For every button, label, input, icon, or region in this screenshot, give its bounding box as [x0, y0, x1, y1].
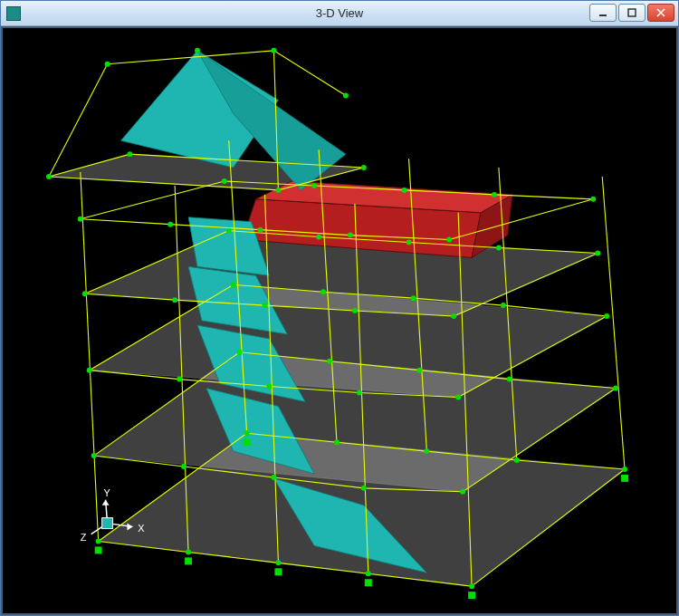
- svg-point-96: [343, 93, 349, 99]
- svg-line-26: [602, 177, 625, 469]
- svg-point-40: [186, 549, 191, 554]
- close-button[interactable]: [647, 4, 674, 22]
- window-controls: [589, 4, 674, 22]
- svg-point-81: [406, 240, 412, 245]
- svg-point-68: [622, 467, 627, 472]
- svg-point-80: [316, 235, 321, 240]
- svg-point-60: [167, 222, 173, 227]
- svg-point-57: [352, 308, 358, 313]
- svg-point-50: [177, 377, 182, 382]
- svg-point-55: [172, 297, 177, 303]
- svg-rect-97: [95, 546, 102, 553]
- axis-y-label: Y: [104, 487, 111, 498]
- svg-point-75: [320, 289, 326, 294]
- svg-point-49: [87, 368, 92, 373]
- window-title: 3-D View: [1, 6, 678, 20]
- svg-point-54: [82, 291, 88, 296]
- viewport-3d[interactable]: X Y Z: [1, 26, 678, 615]
- scene-3d[interactable]: X Y Z: [3, 28, 676, 613]
- svg-point-84: [222, 178, 227, 184]
- svg-rect-100: [365, 579, 372, 586]
- svg-point-48: [460, 489, 465, 495]
- svg-rect-99: [274, 568, 282, 575]
- svg-point-87: [492, 192, 497, 197]
- minimize-icon: [598, 8, 607, 17]
- svg-line-37: [49, 64, 108, 177]
- svg-point-41: [275, 560, 281, 565]
- svg-point-85: [311, 183, 317, 188]
- svg-point-79: [226, 228, 232, 234]
- svg-point-92: [361, 165, 367, 170]
- svg-point-62: [348, 233, 353, 238]
- svg-rect-1: [628, 9, 636, 16]
- svg-point-71: [416, 368, 422, 373]
- svg-rect-98: [185, 557, 192, 564]
- svg-point-39: [96, 539, 101, 544]
- titlebar[interactable]: 3-D View: [1, 1, 678, 26]
- window-frame: 3-D View: [0, 0, 679, 616]
- app-icon: [6, 6, 21, 21]
- svg-point-66: [424, 448, 429, 454]
- svg-point-90: [127, 151, 132, 157]
- svg-point-86: [402, 188, 407, 193]
- svg-rect-109: [102, 518, 113, 529]
- svg-point-73: [613, 386, 618, 391]
- axis-z-label: Z: [81, 532, 87, 543]
- svg-point-67: [514, 457, 520, 463]
- svg-point-95: [271, 48, 276, 53]
- axis-x-label: X: [138, 523, 145, 534]
- svg-point-82: [496, 245, 502, 251]
- svg-point-91: [275, 188, 281, 193]
- maximize-icon: [627, 8, 636, 17]
- svg-point-61: [258, 227, 263, 233]
- svg-point-64: [244, 430, 250, 436]
- svg-point-76: [411, 295, 416, 301]
- svg-point-70: [327, 359, 332, 364]
- svg-point-44: [91, 453, 97, 458]
- svg-point-56: [263, 303, 268, 308]
- svg-point-93: [105, 62, 110, 67]
- svg-point-69: [237, 350, 243, 355]
- svg-line-17: [81, 172, 99, 541]
- svg-point-77: [501, 303, 506, 308]
- svg-rect-103: [621, 475, 628, 482]
- svg-point-74: [231, 282, 236, 287]
- svg-point-52: [357, 390, 362, 396]
- svg-point-88: [590, 197, 596, 202]
- svg-point-78: [604, 313, 609, 319]
- close-icon: [656, 8, 665, 17]
- svg-point-63: [446, 237, 452, 243]
- svg-point-83: [595, 250, 600, 255]
- svg-point-47: [361, 486, 367, 491]
- svg-point-45: [181, 464, 186, 469]
- maximize-button[interactable]: [618, 4, 646, 22]
- svg-point-51: [266, 384, 272, 390]
- svg-rect-101: [468, 592, 475, 599]
- svg-point-53: [455, 394, 461, 399]
- svg-point-94: [195, 48, 200, 53]
- svg-point-46: [271, 475, 276, 480]
- svg-point-59: [78, 217, 83, 222]
- svg-point-58: [451, 313, 456, 319]
- svg-marker-108: [102, 500, 110, 505]
- svg-rect-0: [599, 14, 607, 16]
- svg-point-42: [366, 571, 371, 576]
- svg-point-65: [334, 439, 340, 445]
- svg-point-72: [507, 377, 512, 382]
- svg-rect-102: [244, 438, 251, 446]
- svg-point-89: [46, 174, 52, 179]
- svg-point-43: [469, 583, 474, 589]
- svg-line-35: [81, 181, 225, 219]
- minimize-button[interactable]: [589, 4, 617, 22]
- model-svg: X Y Z: [3, 28, 676, 613]
